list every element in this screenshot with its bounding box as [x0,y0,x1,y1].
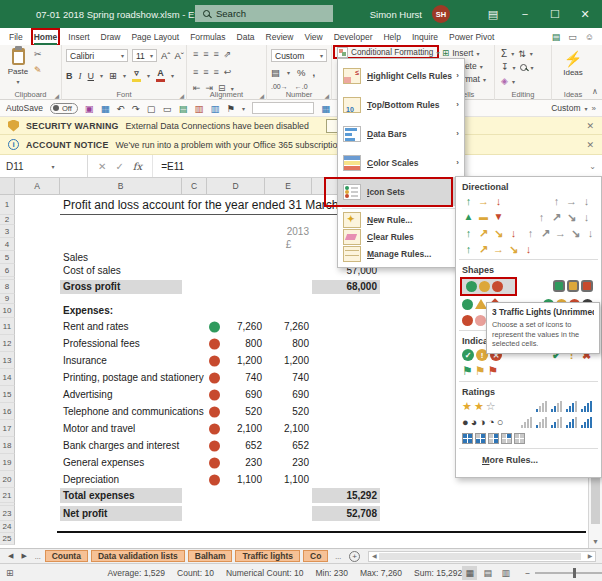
cell-b15[interactable]: Advertising [60,386,182,403]
comments-icon[interactable]: ▭ [568,32,577,42]
prev-sheet-icon[interactable]: ◀ [4,552,17,560]
cell-f12[interactable] [312,335,380,352]
shrink-font-button[interactable]: Aˇ [175,50,185,61]
cell-a2[interactable] [15,215,60,225]
row-header-9[interactable]: 9 [0,294,15,304]
cell-c15[interactable] [182,386,207,403]
row-header-23[interactable]: 23 [0,506,15,521]
cell-a12[interactable] [15,335,60,352]
cell-d6[interactable] [207,264,265,277]
page-layout-icon[interactable]: ▥ [211,103,220,114]
cell-a13[interactable] [15,352,60,369]
tab-developer[interactable]: Developer [333,30,374,44]
cell-c21[interactable] [182,488,207,503]
undo-icon[interactable]: ↶ [117,103,125,114]
cf-menu-item-data-bars[interactable]: Data Bars› [338,119,464,148]
column-header-A[interactable]: A [15,178,60,194]
fill-color-button[interactable]: ▿ [132,69,141,82]
font-color-button[interactable]: A [156,69,165,82]
align-left-button[interactable]: ≡ [193,67,197,77]
cell-c20[interactable] [182,471,207,488]
cell-c8[interactable] [182,280,207,294]
icon-set-option[interactable]: ▲▬▼ [460,211,507,223]
table-icon[interactable]: ▦ [321,103,330,114]
scroll-left-icon[interactable]: ◀ [369,552,379,561]
row-header-15[interactable]: 15 [0,386,15,403]
find-select-icon[interactable] [520,64,527,71]
redo-icon[interactable]: ↷ [132,103,140,114]
security-bar-close-icon[interactable]: ✕ [586,121,594,131]
row-header-19[interactable]: 19 [0,454,15,471]
icon-set-option[interactable]: ↑↗→↘↓ [460,243,537,256]
cell-a3[interactable] [15,225,60,238]
cell-e11[interactable]: 7,260 [265,318,312,335]
more-rules-item[interactable]: More Rules... [456,451,601,465]
cell-b13[interactable]: Insurance [60,352,182,369]
accessibility-status-icon[interactable]: ⊞ [6,568,14,578]
row-header-17[interactable]: 17 [0,420,15,437]
cell-a15[interactable] [15,386,60,403]
open-icon[interactable]: ▭ [163,103,172,114]
icon-set-option[interactable] [460,277,517,296]
cell-a19[interactable] [15,454,60,471]
horizontal-scroll-thumb[interactable] [379,553,581,560]
ideas-icon[interactable]: ⚡ [564,51,583,66]
cell-d4[interactable] [207,238,265,251]
icon-set-option[interactable] [460,314,488,327]
cell-f20[interactable] [312,471,380,488]
close-button[interactable]: ✕ [572,0,598,28]
cell-f14[interactable] [312,369,380,386]
cut-button[interactable]: ✂ [34,49,42,59]
cell-f23[interactable]: 52,708 [312,506,380,521]
cell-a4[interactable] [15,238,60,251]
cell-c18[interactable] [182,437,207,454]
row-header-8[interactable]: 8 [0,280,15,294]
cell-b18[interactable]: Bank charges and interest [60,437,182,454]
autosave-toggle[interactable]: Off [50,103,78,114]
cell-c12[interactable] [182,335,207,352]
row-header-20[interactable]: 20 [0,471,15,488]
cell-d17[interactable]: 2,100 [207,420,265,437]
vertical-scroll-thumb[interactable] [591,478,600,524]
icon-set-option[interactable]: ⚑⚑⚑ [460,364,500,378]
cell-b23[interactable]: Net profit [60,506,182,521]
cell-d10[interactable] [207,304,265,318]
row-header-11[interactable]: 11 [0,318,15,335]
cell-b14[interactable]: Printing, postage and stationery [60,369,182,386]
cell-e5[interactable] [265,251,312,264]
row-header-18[interactable]: 18 [0,437,15,454]
cell-f19[interactable] [312,454,380,471]
align-right-button[interactable]: ≡ [214,67,218,77]
zoom-slider[interactable] [535,572,602,574]
cell-f11[interactable] [312,318,380,335]
align-middle-button[interactable]: ≡ [203,49,207,59]
cell-c5[interactable] [182,251,207,264]
scroll-right-icon[interactable]: ▶ [585,552,595,561]
decrease-decimal-button[interactable]: ←.0 [295,83,308,90]
row-header-5[interactable]: 5 [0,251,15,264]
cell-e10[interactable] [265,304,312,318]
sheet-tab-counta[interactable]: Counta [45,550,88,562]
cell-f21[interactable]: 15,292 [312,488,380,503]
qat-custom-label[interactable]: Custom [551,103,580,113]
font-size-select[interactable]: 11▾ [132,49,157,62]
account-bar-close-icon[interactable]: ✕ [586,140,594,150]
cell-f10[interactable] [312,304,380,318]
cancel-icon[interactable]: ✕ [98,161,106,172]
cf-menu-item-manage-rules[interactable]: Manage Rules... [338,245,464,262]
page-layout-view-button[interactable]: ▤ [480,566,495,580]
cell-e19[interactable]: 230 [265,454,312,471]
cf-menu-item-icon-sets[interactable]: Icon Sets› [338,177,464,206]
number-format-select[interactable]: Custom▾ [271,49,327,62]
cf-menu-item-top-bottom-rules[interactable]: 10Top/Bottom Rules› [338,90,464,119]
cell-c3[interactable] [182,225,207,238]
cell-c11[interactable] [182,318,207,335]
icon-set-option[interactable] [551,279,595,293]
cell-e16[interactable]: 520 [265,403,312,420]
tab-file[interactable]: File [8,30,24,44]
cell-a6[interactable] [15,264,60,277]
cell-e8[interactable] [265,280,312,294]
cell-c19[interactable] [182,454,207,471]
cell-d21[interactable] [207,488,265,503]
enter-icon[interactable]: ✓ [115,161,123,172]
